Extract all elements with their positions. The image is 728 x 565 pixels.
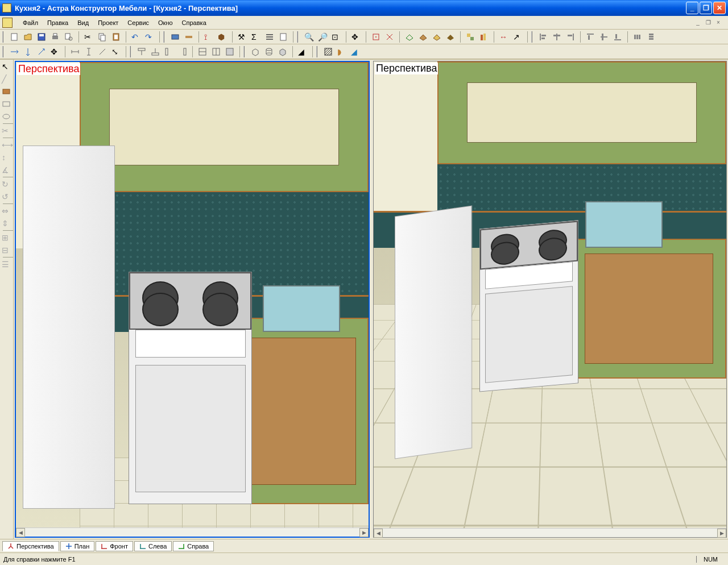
align-top-button[interactable] (584, 31, 597, 43)
cut-tool-button[interactable]: ✂ (1, 125, 12, 136)
paste-button[interactable] (110, 31, 122, 43)
minimize-button[interactable]: _ (686, 2, 698, 14)
edge-tool-button[interactable] (183, 31, 195, 43)
tab-plan[interactable]: План (60, 541, 95, 551)
menu-window[interactable]: Окно (154, 18, 177, 27)
menu-service[interactable]: Сервис (123, 18, 154, 27)
move-free-button[interactable]: ✥ (49, 45, 61, 58)
distribute-v-button[interactable] (645, 31, 657, 43)
maximize-button[interactable]: ❐ (700, 2, 712, 14)
rotate-ccw-button[interactable]: ↺ (1, 191, 12, 202)
toolbar-grip[interactable] (316, 46, 320, 57)
mdi-restore-button[interactable]: ❐ (704, 19, 712, 27)
viewport-left-scrollbar[interactable]: ◀ ▶ (16, 527, 369, 537)
edge-round-button[interactable]: ◗ (336, 45, 348, 58)
create-cylinder-button[interactable] (263, 45, 275, 58)
menu-project[interactable]: Проект (93, 18, 123, 27)
ellipse-tool-button[interactable] (1, 111, 12, 122)
rotate-cw-button[interactable]: ↻ (1, 178, 12, 190)
size-free-button[interactable]: ⤡ (110, 45, 122, 58)
scroll-right-button[interactable]: ▶ (717, 529, 726, 538)
detail-bottom-button[interactable] (149, 45, 162, 58)
extrude-button[interactable]: ◢ (296, 45, 309, 58)
zoom-fit-button[interactable]: ⊡ (330, 31, 342, 43)
toolbar-grip[interactable] (243, 46, 247, 57)
dim-h-button[interactable]: ⟷ (1, 139, 12, 151)
viewport-left[interactable]: Перспектива (15, 61, 370, 538)
detail-left-button[interactable] (163, 45, 175, 58)
redo-button[interactable]: ↷ (143, 31, 156, 43)
align-left-button[interactable] (537, 31, 549, 43)
cut-button[interactable]: ✂ (82, 31, 95, 43)
align-middle-button[interactable] (598, 31, 610, 43)
zoom-in-button[interactable]: 🔍 (303, 31, 315, 43)
zoom-out-button[interactable]: 🔎 (316, 31, 329, 43)
box-tool-button[interactable] (1, 98, 12, 110)
viewport-left-canvas[interactable]: Перспектива (16, 62, 369, 527)
align-right-button[interactable] (564, 31, 577, 43)
scroll-right-button[interactable]: ▶ (359, 528, 369, 537)
tab-right[interactable]: Справа (173, 541, 214, 551)
panel-tool-button[interactable] (169, 31, 181, 43)
toolbar-grip[interactable] (531, 31, 535, 43)
close-button[interactable]: ✕ (713, 2, 726, 14)
tab-perspective[interactable]: Перспектива (2, 541, 59, 551)
detail-top-button[interactable] (135, 45, 148, 58)
viewport-right-scrollbar[interactable]: ◀ ▶ (374, 528, 726, 537)
preview-button[interactable] (63, 31, 75, 43)
create-box-button[interactable] (249, 45, 262, 58)
render-texture-button[interactable] (431, 31, 443, 43)
fastener-tool-button[interactable]: ⬢ (216, 31, 229, 43)
menu-edit[interactable]: Правка (43, 18, 73, 27)
move-y-button[interactable] (22, 45, 34, 58)
save-button[interactable] (35, 31, 48, 43)
menu-file[interactable]: Файл (18, 18, 43, 27)
copy-button[interactable] (96, 31, 109, 43)
move-x-button[interactable] (8, 45, 20, 58)
size-y-button[interactable] (82, 45, 95, 58)
viewport-right[interactable]: Перспектива (373, 61, 727, 538)
mdi-app-icon[interactable] (2, 18, 13, 28)
hatch-button[interactable] (322, 45, 334, 58)
edge-chamfer-button[interactable]: ◢ (349, 45, 362, 58)
mirror-h-button[interactable]: ⇔ (1, 205, 12, 217)
snap-center-button[interactable] (370, 31, 382, 43)
toolbar-grip[interactable] (297, 31, 300, 43)
menu-view[interactable]: Вид (73, 18, 93, 27)
scroll-left-button[interactable]: ◀ (16, 528, 25, 537)
sum-button[interactable]: Σ (250, 31, 262, 43)
viewport-right-canvas[interactable]: Перспектива (374, 61, 726, 528)
distribute-h-button[interactable] (631, 31, 644, 43)
rect-tool-button[interactable] (1, 86, 12, 97)
align-bottom-button[interactable] (611, 31, 624, 43)
mdi-close-button[interactable]: × (714, 19, 722, 27)
pan-button[interactable]: ✥ (350, 31, 362, 43)
toolbar-grip[interactable] (2, 46, 6, 57)
render-wire-button[interactable] (403, 31, 416, 43)
report-button[interactable] (277, 31, 289, 43)
dim-v-button[interactable]: ↕ (1, 152, 12, 163)
library-button[interactable] (478, 31, 490, 43)
tab-left[interactable]: Слева (134, 541, 172, 551)
back-panel-button[interactable] (224, 45, 236, 58)
list-button[interactable] (263, 31, 276, 43)
size-x-button[interactable] (69, 45, 81, 58)
ungroup-button[interactable]: ⊟ (1, 244, 12, 256)
mdi-minimize-button[interactable]: _ (694, 19, 702, 27)
toolbar-grip[interactable] (2, 31, 6, 43)
snap-cross-button[interactable] (383, 31, 396, 43)
properties-button[interactable]: ☰ (1, 259, 12, 270)
move-z-button[interactable] (35, 45, 48, 58)
drill-tool-button[interactable]: ⟟ (202, 31, 215, 43)
render-shade-button[interactable] (417, 31, 429, 43)
group-button[interactable]: ⊞ (1, 232, 12, 243)
materials-button[interactable] (464, 31, 477, 43)
print-button[interactable] (49, 31, 61, 43)
create-assembly-button[interactable] (276, 45, 289, 58)
align-center-h-button[interactable] (551, 31, 563, 43)
hierarchy-button[interactable]: ⚒ (236, 31, 249, 43)
undo-button[interactable]: ↶ (130, 31, 142, 43)
select-tool-button[interactable]: ↖ (1, 61, 12, 72)
mirror-v-button[interactable]: ⇕ (1, 218, 12, 229)
shelf-button[interactable] (196, 45, 209, 58)
